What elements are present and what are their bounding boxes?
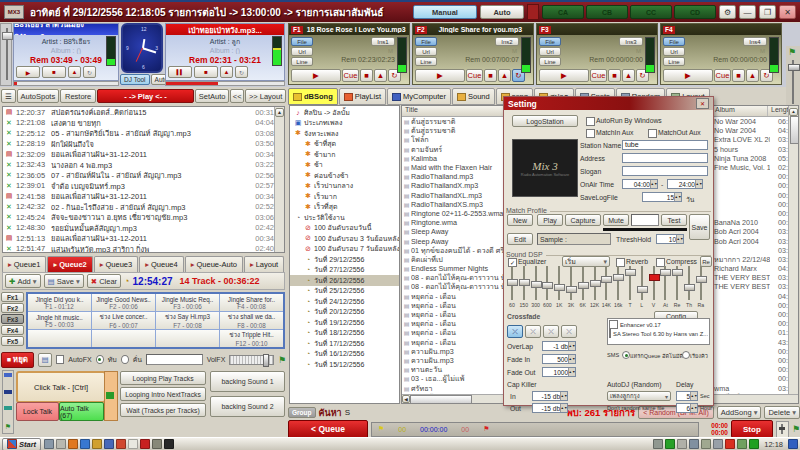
start-button[interactable]: Start	[2, 438, 41, 450]
preview-stop-button[interactable]: Stop	[731, 420, 773, 438]
tab-layout[interactable]: ▸Layout	[244, 256, 284, 272]
cart-insert-button[interactable]: Ins4	[743, 37, 767, 46]
eq-slider-thumb[interactable]	[696, 276, 707, 283]
deck-a-eject-button[interactable]: ▲	[68, 66, 81, 78]
cart-insert-button[interactable]: Ins1	[371, 37, 395, 46]
fx-bank-button-fx4[interactable]: Fx4	[1, 325, 24, 335]
eq-slider-thumb[interactable]	[507, 279, 518, 286]
eq-slider-150[interactable]: 150	[519, 266, 529, 300]
cart-insert-button[interactable]: Ins2	[495, 37, 519, 46]
cart-bank-button-cb[interactable]: CB	[586, 5, 628, 19]
slogan-input[interactable]	[622, 166, 708, 176]
tab-queue1[interactable]: ▸Queue1	[2, 256, 46, 272]
deck-b-loop-button[interactable]: ↻	[235, 66, 248, 78]
setauto-button[interactable]: SetAuto	[195, 89, 229, 103]
preview-seekbar[interactable]: ⚑ 00 00:00:00 00 ⚑	[371, 422, 699, 437]
cart-stop-button[interactable]: ■	[484, 69, 497, 82]
profile-mute-button[interactable]: Mute	[603, 214, 629, 226]
deck-b-pause-button[interactable]: ▌▌	[168, 66, 192, 78]
tree-item[interactable]: ▣ประเภทเพลง	[290, 118, 399, 129]
cart-file-button[interactable]: File	[663, 37, 685, 46]
deck-b-stop-button[interactable]: ■	[194, 66, 218, 78]
sms-order-radio[interactable]	[682, 351, 690, 359]
fx-over-radio[interactable]	[96, 355, 104, 364]
cart-cue-button[interactable]: Cue	[466, 69, 483, 82]
profile-play-button[interactable]: Play	[537, 214, 563, 226]
tree-item[interactable]: ◔วันที่ 29/12/2556	[290, 254, 399, 265]
tree-item[interactable]: ♪ศิลปิน -> อัลบั้ม	[290, 107, 399, 118]
addsong-button[interactable]: AddSong ▾	[717, 406, 762, 419]
browser-icon[interactable]	[80, 439, 90, 449]
tree-item[interactable]: ◔วันที่ 18/12/2556	[290, 328, 399, 339]
logostation-button[interactable]: LogoStation	[512, 115, 578, 127]
cart-line-button[interactable]: Line	[415, 57, 437, 66]
fx-insert-radio[interactable]	[121, 355, 129, 364]
eq-slider-th[interactable]: Th	[684, 266, 694, 300]
eq-slider-thumb[interactable]	[684, 284, 695, 291]
playlist-row[interactable]: ✕12:51:47แสนพรันหวัด.mp3 สาริกา กิ่งพ02:…	[3, 244, 284, 254]
capkiller-in-spinner[interactable]: -15 db	[532, 391, 568, 401]
cart-volume-slider[interactable]	[788, 64, 800, 71]
cart-file-button[interactable]: File	[539, 37, 561, 46]
titlebar-gear-icon[interactable]: ⚙	[719, 5, 736, 19]
deck-b-progress[interactable]	[165, 81, 285, 86]
prev-layout-button[interactable]: <<	[230, 89, 244, 103]
delete-button[interactable]: Delete ▾	[764, 406, 800, 419]
eq-slider-300[interactable]: 300	[531, 266, 541, 300]
eq-slider-thumb[interactable]	[625, 269, 636, 276]
console-icon[interactable]	[164, 439, 174, 449]
tree-item[interactable]: ◔ประวัติใช้งาน	[290, 212, 399, 223]
tree-item[interactable]: ✱ช้า	[290, 160, 399, 171]
play-queue-button[interactable]: - -> Play <- -	[97, 89, 194, 103]
capkiller-out-spinner[interactable]: -15 db	[532, 403, 568, 413]
eq-slider-re[interactable]: Re	[672, 266, 682, 300]
jingle-pad-1[interactable]: Jingle Did you k..F1 - 01:12	[28, 294, 91, 311]
jingle-pad-5[interactable]: Jingle hit music..F5 - 00:03	[28, 312, 91, 329]
eq-slider-thumb[interactable]	[578, 282, 589, 289]
table-vertical-scrollbar[interactable]: ▲ ▼	[788, 106, 798, 403]
autorun-checkbox[interactable]	[586, 117, 595, 126]
fx-bank-button-fx2[interactable]: Fx2	[1, 303, 24, 313]
cart-cue-button[interactable]: Cue	[714, 69, 731, 82]
threshold-spinner[interactable]: 10	[656, 234, 684, 244]
backing-sound-2-button[interactable]: backing Sound 2	[210, 396, 285, 417]
address-input[interactable]	[622, 153, 708, 163]
tree-item[interactable]: ⊘100 อันดับรอบ 7 วันย้อนหลัง	[290, 244, 399, 255]
cart-line-button[interactable]: Line	[663, 57, 685, 66]
manual-mode-button[interactable]: Manual	[413, 5, 477, 19]
tree-item[interactable]: ⊘100 อันดับรอบ 3 วันย้อนหลัง	[290, 233, 399, 244]
eq-slider-thumb[interactable]	[566, 286, 577, 293]
profile-edit-button[interactable]: Edit	[507, 233, 533, 245]
cart-stop-button[interactable]: ■	[360, 69, 373, 82]
tree-item[interactable]: ✱ช้าที่สุด	[290, 139, 399, 150]
network-icon[interactable]	[701, 439, 711, 449]
back-to-queue-button[interactable]: < Queue	[288, 420, 368, 439]
profile-capture-button[interactable]: Capture	[565, 214, 601, 226]
tab-mycomputer[interactable]: MyComputer	[387, 88, 451, 105]
onair-to-spinner[interactable]: 24:00	[667, 179, 703, 189]
fadein-spinner[interactable]: 500	[542, 354, 576, 364]
auto-mode-button[interactable]: Auto	[480, 5, 524, 19]
auto-talk-button[interactable]: Auto Talk (67)	[59, 402, 104, 421]
looping-intro-next-button[interactable]: Looping Intro NextTracks	[120, 387, 206, 401]
jingle-pad-3[interactable]: Jingle Music Req..F3 - 00:06	[156, 294, 219, 311]
jingle-pad-12[interactable]: ช่วง Tripple Hit..F12 - 00:10	[220, 330, 283, 347]
tree-item[interactable]: ⊘100 อันดับรอบวันนี้	[290, 223, 399, 234]
tree-item[interactable]: ✱ค่อนข้างช้า	[290, 170, 399, 181]
cart-url-button[interactable]: Url	[415, 47, 437, 56]
tree-item[interactable]: ✱เร็วที่สุด	[290, 202, 399, 213]
search-value[interactable]: S	[345, 408, 350, 417]
playlist-grid-icon[interactable]: ☰	[1, 89, 16, 103]
cart-url-button[interactable]: Url	[663, 47, 685, 56]
tree-item[interactable]: ◔วันที่ 15/12/2556	[290, 359, 399, 370]
eq-slider-thumb[interactable]	[601, 276, 612, 283]
word-icon[interactable]	[104, 439, 114, 449]
eq-slider-thumb[interactable]	[672, 269, 683, 276]
dsp-plugin-item[interactable]: Enhancer v0.17	[609, 320, 708, 329]
cart-play-button[interactable]: ▶	[539, 69, 589, 82]
fx-search-input[interactable]	[146, 354, 202, 365]
tab-queue3[interactable]: ▸Queue3	[94, 256, 138, 272]
tab-sound[interactable]: Sound	[452, 88, 495, 105]
deck-a-stop-button[interactable]: ■	[42, 66, 66, 78]
cart-bank-button-ca[interactable]: CA	[542, 5, 584, 19]
